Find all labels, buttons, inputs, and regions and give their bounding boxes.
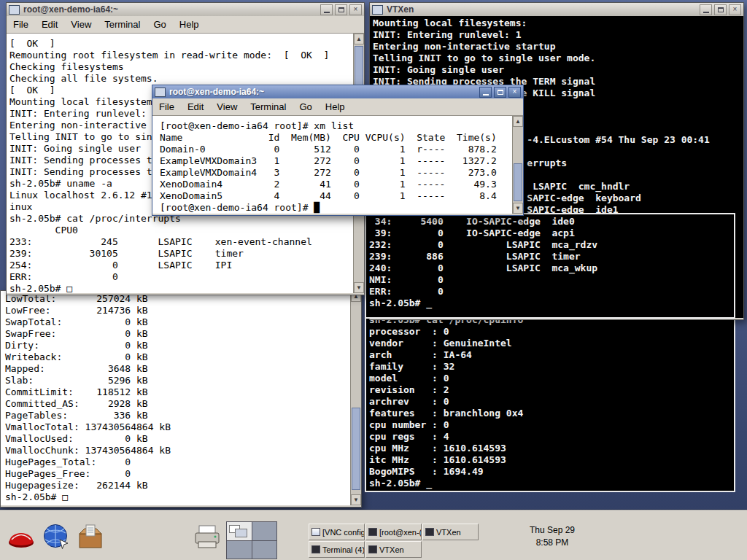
titlebar[interactable]: root@xen-demo-ia64:~ × — [152, 85, 523, 98]
maximize-icon — [498, 90, 503, 95]
task-button-label: VTXen — [379, 545, 404, 554]
menu-go[interactable]: Go — [147, 19, 172, 30]
menu-view[interactable]: View — [210, 101, 244, 112]
menu-view[interactable]: View — [64, 19, 98, 30]
scroll-up-icon[interactable]: ▲ — [354, 34, 364, 44]
minimize-icon — [483, 94, 489, 96]
maximize-button[interactable] — [335, 4, 347, 15]
web-browser-icon[interactable] — [42, 523, 70, 551]
task-button-terminal-group[interactable]: Terminal (4) — [309, 541, 365, 558]
vnc-icon — [311, 528, 320, 536]
menu-file[interactable]: File — [152, 101, 181, 112]
terminal-icon — [368, 545, 377, 553]
task-button-vnc-config[interactable]: [VNC config — [309, 524, 365, 540]
menu-edit[interactable]: Edit — [35, 19, 64, 30]
clock-time: 8:58 PM — [536, 537, 569, 548]
menubar: File Edit View Terminal Go Help — [7, 16, 364, 34]
console-window-icon — [372, 5, 383, 15]
workspace-1[interactable] — [227, 522, 252, 540]
terminal-icon — [425, 528, 434, 536]
task-button-root-xen[interactable]: [root@xen-( — [365, 524, 422, 540]
scrollbar[interactable]: ▲ ▼ — [512, 116, 523, 214]
minimize-button[interactable] — [320, 4, 333, 15]
menu-terminal[interactable]: Terminal — [98, 19, 147, 30]
scroll-up-icon[interactable]: ▲ — [513, 116, 523, 127]
maximize-icon — [338, 7, 344, 12]
workspace-switcher[interactable] — [226, 521, 277, 559]
menu-terminal[interactable]: Terminal — [244, 101, 293, 112]
scrollbar-track[interactable] — [513, 127, 523, 203]
minimize-button[interactable] — [700, 4, 712, 15]
window-title: root@xen-demo-ia64:~ — [168, 87, 477, 97]
terminal-window-icon — [9, 5, 20, 15]
scrollbar-thumb[interactable] — [514, 163, 522, 201]
titlebar[interactable]: root@xen-demo-ia64:~ × — [7, 3, 364, 16]
task-button-vtxen-1[interactable]: VTXen — [422, 524, 479, 540]
printer-icon[interactable] — [193, 524, 222, 552]
packages-icon[interactable] — [76, 523, 105, 552]
scrollbar-track[interactable] — [351, 302, 361, 494]
workspace-2[interactable] — [252, 522, 277, 540]
close-button[interactable]: × — [349, 4, 362, 15]
close-button[interactable]: × — [729, 4, 741, 15]
menu-help[interactable]: Help — [173, 19, 206, 30]
terminal-icon — [311, 545, 320, 553]
minimize-icon — [703, 12, 709, 13]
terminal-icon — [368, 528, 377, 536]
clock[interactable]: Thu Sep 29 8:58 PM — [512, 511, 592, 560]
terminal-viewport[interactable]: [root@xen-demo-ia64 root]# xm list Name … — [152, 116, 523, 214]
workspace-4[interactable] — [252, 541, 277, 559]
scrollbar[interactable]: ▲ ▼ — [350, 291, 361, 505]
window-xterm-cpuinfo[interactable]: sh-2.05b# cat /proc/cpuinfo processor : … — [365, 311, 735, 492]
window-xterm-interrupts[interactable]: 34: 5400 IO-SAPIC-edge ide0 39: 0 IO-SAP… — [365, 213, 735, 319]
workspace-3[interactable] — [227, 541, 252, 559]
scrollbar-thumb[interactable] — [352, 408, 360, 490]
menubar: File Edit View Terminal Go Help — [152, 98, 523, 116]
window-terminal-meminfo[interactable]: LowTotal: 257024 kB LowFree: 214736 kB S… — [0, 290, 362, 508]
scroll-down-icon[interactable]: ▼ — [513, 203, 523, 214]
clock-date: Thu Sep 29 — [530, 525, 575, 535]
terminal-window-icon — [155, 88, 166, 97]
maximize-icon — [718, 7, 724, 12]
task-button-label: [root@xen-( — [379, 528, 422, 537]
close-button[interactable]: × — [508, 87, 521, 98]
titlebar[interactable]: VTXen × — [370, 3, 743, 16]
menu-file[interactable]: File — [7, 19, 35, 30]
minimize-button[interactable] — [479, 87, 492, 98]
taskbar: [VNC config [root@xen-( VTXen Terminal (… — [0, 510, 747, 560]
task-button-label: VTXen — [436, 528, 461, 537]
maximize-button[interactable] — [714, 4, 727, 15]
redhat-menu-icon[interactable] — [6, 520, 36, 553]
terminal-output: [root@xen-demo-ia64 root]# xm list Name … — [152, 116, 523, 214]
window-title: root@xen-demo-ia64:~ — [22, 4, 318, 15]
minimize-icon — [324, 12, 330, 13]
task-button-label: Terminal (4) — [322, 545, 365, 554]
terminal-output: LowTotal: 257024 kB LowFree: 214736 kB S… — [1, 291, 361, 503]
terminal-output: 34: 5400 IO-SAPIC-edge ide0 39: 0 IO-SAP… — [369, 216, 734, 309]
menu-help[interactable]: Help — [319, 101, 352, 112]
task-button-label: [VNC config — [322, 528, 365, 537]
terminal-viewport[interactable]: LowTotal: 257024 kB LowFree: 214736 kB S… — [1, 291, 361, 505]
maximize-button[interactable] — [494, 87, 506, 98]
menu-edit[interactable]: Edit — [181, 101, 210, 112]
window-title: VTXen — [385, 4, 697, 15]
scroll-down-icon[interactable]: ▼ — [351, 494, 361, 505]
task-button-vtxen-2[interactable]: VTXen — [365, 541, 422, 558]
scroll-down-icon[interactable]: ▼ — [354, 282, 364, 293]
terminal-output: sh-2.05b# cat /proc/cpuinfo processor : … — [369, 314, 734, 489]
window-terminal-xm-list[interactable]: root@xen-demo-ia64:~ × File Edit View Te… — [152, 85, 524, 216]
menu-go[interactable]: Go — [293, 101, 318, 112]
